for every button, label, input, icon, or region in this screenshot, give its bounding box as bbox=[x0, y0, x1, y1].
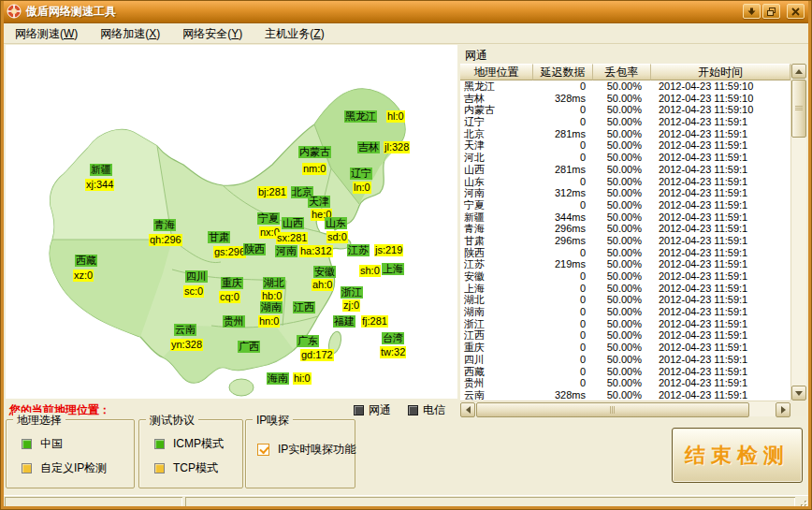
table-cell: 重庆 bbox=[460, 342, 533, 354]
map-label-name: 湖南 bbox=[260, 301, 283, 313]
table-cell: 2012-04-23 11:59:1 bbox=[651, 366, 790, 378]
table-cell: 50.00% bbox=[593, 283, 651, 295]
table-row[interactable]: 内蒙古050.00%2012-04-23 11:59:10 bbox=[460, 104, 790, 116]
geo-groupbox-title: 地理选择 bbox=[13, 413, 65, 429]
sniff-groupbox-title: IP嗅探 bbox=[253, 413, 293, 429]
table-row[interactable]: 河北050.00%2012-04-23 11:59:1 bbox=[460, 152, 790, 164]
map-label-value: ln:0 bbox=[353, 182, 371, 194]
table-cell: 2012-04-23 11:59:1 bbox=[651, 223, 790, 235]
table-row[interactable]: 山西281ms50.00%2012-04-23 11:59:1 bbox=[460, 164, 790, 176]
table-cell: 2012-04-23 11:59:1 bbox=[651, 377, 790, 389]
table-cell: 0 bbox=[533, 329, 593, 342]
sniff-checkbox[interactable] bbox=[257, 444, 269, 456]
column-header-4[interactable]: 开始时间 bbox=[651, 64, 790, 80]
ip-sniff-option[interactable]: IP实时嗅探功能 bbox=[257, 443, 355, 456]
menu-item-4[interactable]: 主机业务(Z) bbox=[254, 23, 335, 43]
unselected-indicator-icon[interactable] bbox=[154, 463, 165, 474]
map-label-name: 江西 bbox=[293, 301, 315, 313]
table-row[interactable]: 宁夏050.00%2012-04-23 11:59:1 bbox=[460, 199, 790, 211]
table-row[interactable]: 江西050.00%2012-04-23 11:59:1 bbox=[460, 329, 790, 342]
table-cell: 贵州 bbox=[460, 377, 533, 389]
checkmark-icon bbox=[259, 444, 268, 454]
maximize-button[interactable] bbox=[762, 4, 780, 19]
results-panel: 网通 地理位置延迟数据丢包率开始时间 黑龙江050.00%2012-04-23 … bbox=[460, 45, 806, 416]
table-row[interactable]: 上海050.00%2012-04-23 11:59:1 bbox=[460, 283, 790, 295]
vertical-scroll-thumb[interactable] bbox=[791, 80, 806, 138]
resize-grip[interactable] bbox=[797, 497, 808, 508]
geo-option-2[interactable]: 自定义IP检测 bbox=[22, 461, 107, 474]
scroll-down-button[interactable] bbox=[791, 386, 806, 401]
table-row[interactable]: 陕西050.00%2012-04-23 11:59:1 bbox=[460, 247, 790, 259]
table-cell: 河南 bbox=[460, 187, 533, 199]
table-cell: 2012-04-23 11:59:1 bbox=[651, 211, 790, 224]
table-cell: 50.00% bbox=[593, 116, 651, 128]
column-header-3[interactable]: 丢包率 bbox=[593, 64, 651, 80]
map-label-name: 天津 bbox=[308, 196, 330, 208]
column-header-1[interactable]: 地理位置 bbox=[460, 64, 533, 80]
table-cell: 50.00% bbox=[593, 176, 651, 188]
scroll-up-button[interactable] bbox=[791, 64, 806, 79]
unselected-indicator-icon[interactable] bbox=[22, 463, 32, 474]
table-cell: 2012-04-23 11:59:1 bbox=[651, 354, 790, 366]
table-row[interactable]: 重庆050.00%2012-04-23 11:59:1 bbox=[460, 342, 790, 354]
table-row[interactable]: 黑龙江050.00%2012-04-23 11:59:10 bbox=[460, 80, 790, 93]
table-cell: 青海 bbox=[460, 223, 533, 235]
table-cell: 50.00% bbox=[593, 139, 651, 152]
table-row[interactable]: 浙江050.00%2012-04-23 11:59:1 bbox=[460, 318, 790, 330]
table-cell: 0 bbox=[533, 199, 593, 211]
table-row[interactable]: 青海296ms50.00%2012-04-23 11:59:1 bbox=[460, 223, 790, 235]
table-row[interactable]: 四川050.00%2012-04-23 11:59:1 bbox=[460, 354, 790, 366]
table-cell: 50.00% bbox=[593, 164, 651, 176]
table-row[interactable]: 辽宁050.00%2012-04-23 11:59:1 bbox=[460, 116, 790, 128]
vertical-scrollbar[interactable] bbox=[790, 64, 806, 401]
map-label-value: ha:312 bbox=[299, 245, 333, 257]
table-cell: 0 bbox=[533, 176, 593, 188]
table-row[interactable]: 湖南050.00%2012-04-23 11:59:1 bbox=[460, 306, 790, 318]
table-row[interactable]: 河南312ms50.00%2012-04-23 11:59:1 bbox=[460, 187, 790, 199]
table-row[interactable]: 新疆344ms50.00%2012-04-23 11:59:1 bbox=[460, 211, 790, 224]
map-label-value: hi:0 bbox=[293, 372, 312, 385]
stop-detection-button[interactable]: 结束检测 bbox=[672, 428, 803, 483]
table-cell: 0 bbox=[533, 152, 593, 164]
table-cell: 江西 bbox=[460, 329, 533, 342]
table-row[interactable]: 安徽050.00%2012-04-23 11:59:1 bbox=[460, 270, 790, 283]
menu-item-1[interactable]: 网络测速(W) bbox=[4, 23, 89, 43]
table-row[interactable]: 云南328ms50.00%2012-04-23 11:59:1 bbox=[460, 389, 790, 401]
menu-item-3[interactable]: 网络安全(Y) bbox=[171, 23, 254, 43]
map-label-value: js:219 bbox=[374, 244, 403, 256]
column-header-2[interactable]: 延迟数据 bbox=[533, 64, 593, 80]
table-row[interactable]: 贵州050.00%2012-04-23 11:59:1 bbox=[460, 377, 790, 389]
scroll-left-button[interactable] bbox=[460, 402, 475, 417]
horizontal-scroll-thumb[interactable] bbox=[476, 402, 749, 417]
table-row[interactable]: 江苏219ms50.00%2012-04-23 11:59:1 bbox=[460, 258, 790, 270]
selected-indicator-icon[interactable] bbox=[154, 439, 165, 449]
table-cell: 328ms bbox=[533, 389, 593, 401]
table-row[interactable]: 天津050.00%2012-04-23 11:59:1 bbox=[460, 139, 790, 152]
ip-sniff-groupbox: IP嗅探 IP实时嗅探功能 bbox=[245, 419, 355, 488]
option-label: 自定义IP检测 bbox=[40, 460, 107, 476]
table-cell: 50.00% bbox=[593, 366, 651, 378]
table-cell: 2012-04-23 11:59:1 bbox=[651, 258, 790, 270]
table-row[interactable]: 山东050.00%2012-04-23 11:59:1 bbox=[460, 176, 790, 188]
table-row[interactable]: 吉林328ms50.00%2012-04-23 11:59:10 bbox=[460, 93, 790, 105]
menu-item-2[interactable]: 网络加速(X) bbox=[89, 23, 171, 43]
table-cell: 0 bbox=[533, 139, 593, 152]
map-label-name: 上海 bbox=[382, 263, 404, 275]
restore-icon bbox=[767, 7, 776, 16]
map-label-value: zj:0 bbox=[342, 299, 360, 312]
table-row[interactable]: 甘肃296ms50.00%2012-04-23 11:59:1 bbox=[460, 235, 790, 247]
horizontal-scrollbar[interactable] bbox=[460, 401, 790, 416]
geo-option-1[interactable]: 中国 bbox=[22, 437, 63, 450]
table-cell: 0 bbox=[533, 294, 593, 306]
scroll-right-button[interactable] bbox=[776, 402, 790, 417]
table-cell: 上海 bbox=[460, 283, 533, 295]
table-row[interactable]: 湖北050.00%2012-04-23 11:59:1 bbox=[460, 294, 790, 306]
close-button[interactable] bbox=[787, 4, 805, 19]
table-row[interactable]: 西藏050.00%2012-04-23 11:59:1 bbox=[460, 366, 790, 378]
selected-indicator-icon[interactable] bbox=[22, 439, 32, 449]
minimize-button[interactable] bbox=[743, 4, 761, 19]
protocol-option-1[interactable]: ICMP模式 bbox=[154, 437, 224, 450]
table-cell: 2012-04-23 11:59:1 bbox=[651, 187, 790, 199]
table-row[interactable]: 北京281ms50.00%2012-04-23 11:59:1 bbox=[460, 128, 790, 140]
protocol-option-2[interactable]: TCP模式 bbox=[154, 461, 218, 474]
